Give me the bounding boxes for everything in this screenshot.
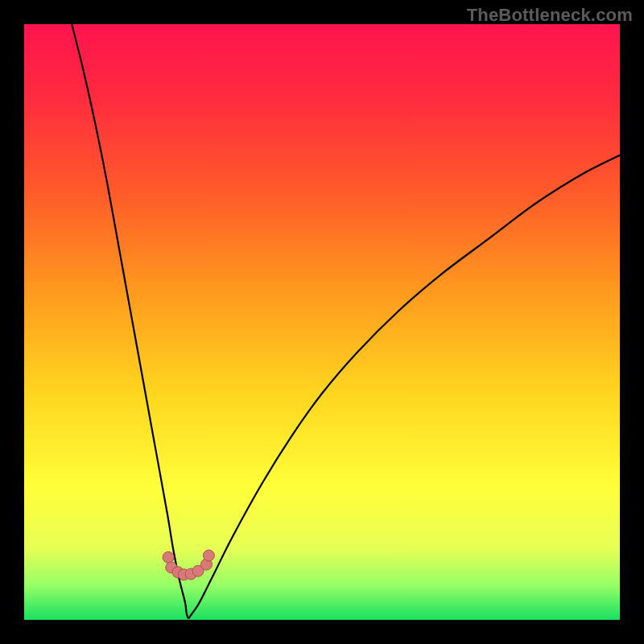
gradient-background — [24, 24, 620, 620]
marker-point — [163, 551, 174, 563]
watermark-text: TheBottleneck.com — [467, 5, 633, 26]
chart-frame — [24, 24, 620, 620]
chart-svg — [24, 24, 620, 620]
marker-point — [203, 550, 214, 561]
